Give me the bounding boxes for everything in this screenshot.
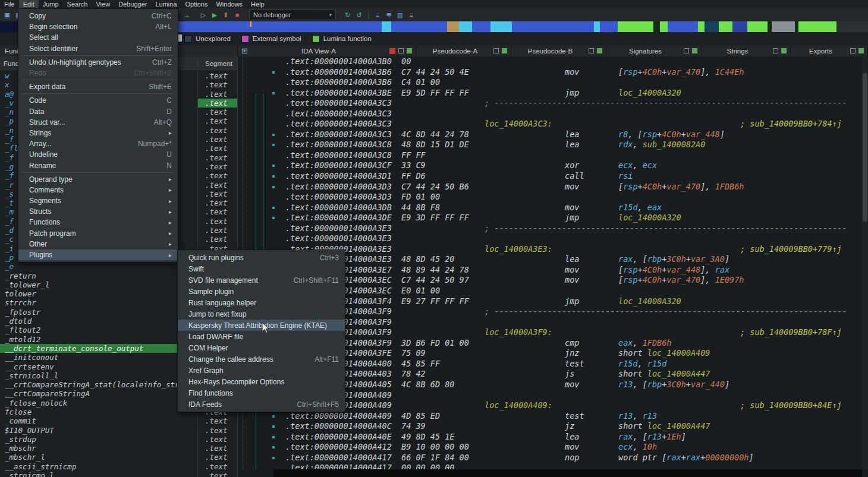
dock-window-icon[interactable]	[858, 48, 864, 53]
debugger-select[interactable]: No debugger ▾	[249, 10, 336, 20]
disassembly-row[interactable]: .text:000000014000A3B0 00	[238, 56, 862, 67]
float-window-icon[interactable]	[850, 48, 856, 53]
tab-pseudocode-a[interactable]: Pseudocode-A	[416, 45, 511, 56]
function-row[interactable]: _strnicmp_l.text	[0, 471, 237, 477]
function-row[interactable]: _mbschr_l.text	[0, 453, 237, 462]
menu-item[interactable]: RenameN	[18, 160, 178, 170]
disassembly-row[interactable]: .text:000000014000A417 00 00 00 00	[238, 463, 862, 469]
disassembly-row[interactable]: .text:000000014000A417 66 0F 1F 84 00nop…	[238, 453, 862, 463]
menu-item[interactable]: Select identifierShift+Enter	[18, 43, 178, 54]
disassembly-row[interactable]: .text:000000014000A3C3 4C 8D 44 24 78lea…	[238, 129, 862, 140]
dock-window-icon[interactable]	[692, 48, 697, 53]
columns-icon[interactable]: ▥	[395, 10, 405, 20]
disassembly-row[interactable]: .text:000000014000A3D3 FD 01 00	[238, 192, 862, 203]
float-window-icon[interactable]	[684, 48, 689, 53]
menu-item[interactable]: Functions▸	[18, 217, 178, 228]
menu-item[interactable]: Find functions	[178, 387, 345, 399]
float-window-icon[interactable]	[398, 48, 404, 53]
refresh-icon[interactable]: ↻	[343, 10, 353, 20]
menu-windows[interactable]: Windows	[212, 0, 247, 8]
menu-item[interactable]: CodeC	[18, 95, 178, 106]
list-icon[interactable]: ≡	[373, 10, 382, 20]
disassembly-row[interactable]: .text:000000014000A40E 49 8D 45 1Elearax…	[238, 432, 862, 443]
menu-item[interactable]: Sample plugin	[178, 286, 345, 297]
menu-item[interactable]: COM Helper	[178, 342, 345, 353]
menu-item[interactable]: Operand type▸	[18, 174, 178, 185]
menu-item[interactable]: Change the callee addressAlt+F11	[178, 353, 345, 365]
view-indicator-icon[interactable]	[389, 48, 395, 54]
menu-item[interactable]: Plugins▸	[18, 249, 178, 260]
disassembly-row[interactable]: .text:000000014000A3E3	[238, 233, 862, 244]
tab-strings[interactable]: Strings	[702, 45, 791, 56]
horizontal-scrollbar[interactable]	[273, 469, 862, 477]
menu-item[interactable]: Select all	[18, 32, 178, 43]
disassembly-row[interactable]: .text:000000014000A3C8 FF FF	[238, 150, 862, 161]
tab-pseudocode-b[interactable]: Pseudocode-B	[511, 45, 606, 56]
disassembly-row[interactable]: .text:000000014000A3D1 FF D6callrsi	[238, 171, 862, 182]
window-icon[interactable]: ▣	[2, 10, 12, 20]
jump-icon[interactable]: →	[182, 10, 191, 20]
dock-window-icon[interactable]	[597, 48, 602, 53]
run-to-icon[interactable]: ▷	[199, 10, 208, 20]
dock-window-icon[interactable]	[781, 48, 787, 53]
function-row[interactable]: _strdup.text	[0, 435, 237, 444]
scrollbar-thumb[interactable]	[863, 73, 867, 222]
disassembly-row[interactable]: .text:000000014000A3DE E9 3D FF FF FFjmp…	[238, 213, 862, 223]
dock-window-icon[interactable]	[407, 48, 412, 53]
function-row[interactable]: _mbschr.text	[0, 444, 237, 453]
float-window-icon[interactable]	[493, 48, 499, 53]
menu-item[interactable]: Array...Numpad+*	[18, 138, 178, 149]
tab-exports[interactable]: Exports	[791, 45, 868, 56]
menu-item[interactable]: Strings▸	[18, 128, 178, 138]
disassembly-row[interactable]: .text:000000014000A3DB 44 8B F8movr15d, …	[238, 203, 862, 213]
disassembly-row[interactable]: .text:000000014000A3C3	[238, 109, 862, 119]
menu-item[interactable]: DataD	[18, 106, 178, 117]
menu-item[interactable]: Jump to next fixup	[178, 308, 345, 320]
menu-item[interactable]: RedoCtrl+Shift+Z	[18, 68, 178, 78]
function-row[interactable]: _commit.text	[0, 416, 237, 425]
menu-item[interactable]: IDA FeedsCtrl+Shift+F5	[178, 399, 345, 410]
menu-item[interactable]: Quick run pluginsCtrl+3	[178, 252, 345, 263]
menu-item[interactable]: Hex-Rays Decompiler Options	[178, 376, 345, 387]
tab-ida-view-a[interactable]: ⊞IDA View-A	[238, 45, 416, 56]
menu-item[interactable]: Export dataShift+E	[18, 81, 178, 92]
menu-edit[interactable]: Edit	[19, 0, 39, 8]
stack-view-icon[interactable]: ≣	[384, 10, 394, 20]
menu-search[interactable]: Search	[63, 0, 92, 8]
float-window-icon[interactable]	[773, 48, 778, 53]
dock-window-icon[interactable]	[502, 48, 507, 53]
menu-item[interactable]: Swift	[178, 263, 345, 274]
menu-item[interactable]: Structs▸	[18, 206, 178, 217]
menu-item[interactable]: CopyCtrl+C	[18, 11, 178, 21]
vertical-scrollbar[interactable]	[862, 56, 868, 469]
rotate-icon[interactable]: ↺	[354, 10, 364, 20]
menu-debugger[interactable]: Debugger	[114, 0, 151, 8]
tab-signatures[interactable]: Signatures	[606, 45, 702, 56]
disassembly-row[interactable]: .text:000000014000A3B6 C7 44 24 50 4Emov…	[238, 67, 862, 78]
disassembly-row[interactable]: .text:000000014000A409 4D 85 EDtestr13, …	[238, 411, 862, 422]
menu-file[interactable]: File	[0, 0, 19, 8]
menu-options[interactable]: Options	[181, 0, 212, 8]
menu-item[interactable]: Patch program▸	[18, 228, 178, 239]
function-row[interactable]: $I10_OUTPUT.text	[0, 426, 237, 435]
pause-icon[interactable]: ‖	[221, 10, 231, 20]
menu-jump[interactable]: Jump	[39, 0, 63, 8]
disassembly-row[interactable]: .text:000000014000A40C 74 39jzshort loc_…	[238, 421, 862, 432]
function-row[interactable]: __ascii_strnicmp.text	[0, 462, 237, 471]
menu-lumina[interactable]: Lumina	[151, 0, 181, 8]
float-window-icon[interactable]	[589, 48, 594, 53]
menu-view[interactable]: View	[92, 0, 114, 8]
menu-item[interactable]: UndefineU	[18, 149, 178, 160]
disassembly-row[interactable]: .text:000000014000A3CF 33 C9xorecx, ecx	[238, 160, 862, 171]
menu-item[interactable]: Rust language helper	[178, 297, 345, 308]
column-header-segment[interactable]: Segment	[197, 60, 237, 67]
disassembly-row[interactable]: .text:000000014000A3BE E9 5D FF FF FFjmp…	[238, 88, 862, 99]
stop-icon[interactable]: ■	[232, 10, 242, 20]
disassembly-row[interactable]: .text:000000014000A3C3; ----------------…	[238, 98, 862, 109]
menu-item[interactable]: Begin selectionAlt+L	[18, 21, 178, 32]
disassembly-row[interactable]: .text:000000014000A412 B9 10 00 00 00mov…	[238, 442, 862, 453]
menu-help[interactable]: Help	[247, 0, 269, 8]
menu-item[interactable]: Segments▸	[18, 195, 178, 206]
disassembly-row[interactable]: .text:000000014000A3D3 C7 44 24 50 B6mov…	[238, 182, 862, 192]
menu-item[interactable]: Xref Graph	[178, 365, 345, 376]
